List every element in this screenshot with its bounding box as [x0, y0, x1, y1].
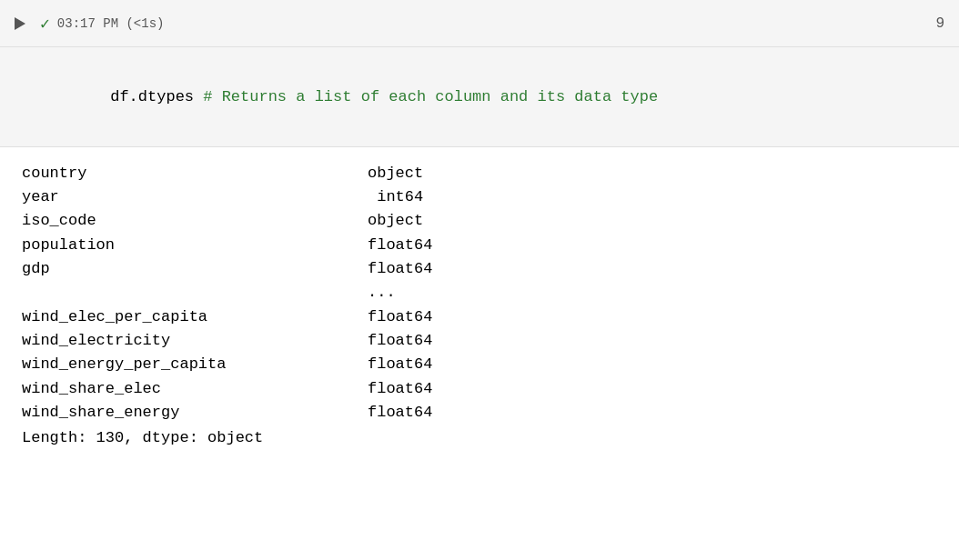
output-value-wind-share-energy: float64	[368, 401, 432, 425]
output-row: wind_energy_per_capita float64	[22, 353, 937, 376]
code-comment	[194, 88, 203, 105]
output-value-wind-elec-per-capita: float64	[368, 305, 432, 329]
output-value-gdp: float64	[368, 257, 432, 281]
cell-number: 9	[935, 15, 944, 32]
output-key-wind-electricity: wind_electricity	[22, 329, 368, 353]
output-footer: Length: 130, dtype: object	[22, 426, 937, 450]
code-text: df.dtypes	[110, 88, 194, 105]
output-key-iso-code: iso_code	[22, 209, 368, 233]
cell-toolbar: ✓ 03:17 PM (<1s) 9	[0, 0, 959, 47]
output-value-country: object	[368, 162, 423, 185]
output-value-iso-code: object	[368, 209, 423, 233]
output-row: country object	[22, 162, 937, 185]
run-button[interactable]	[11, 15, 29, 33]
cell-output: country object year int64 iso_code objec…	[0, 147, 959, 561]
output-key-wind-share-elec: wind_share_elec	[22, 377, 368, 401]
output-value-year: int64	[368, 185, 423, 209]
output-row: wind_elec_per_capita float64	[22, 305, 937, 329]
play-icon	[15, 17, 25, 30]
output-row: wind_share_energy float64	[22, 401, 937, 425]
output-row: year int64	[22, 185, 937, 209]
code-comment-text: # Returns a list of each column and its …	[203, 88, 658, 105]
output-key-wind-energy-per-capita: wind_energy_per_capita	[22, 353, 368, 376]
code-line: df.dtypes # Returns a list of each colum…	[55, 62, 937, 132]
output-value-population: float64	[368, 234, 432, 257]
cell-code: df.dtypes # Returns a list of each colum…	[0, 47, 959, 147]
output-row: wind_share_elec float64	[22, 377, 937, 401]
output-value-wind-energy-per-capita: float64	[368, 353, 432, 376]
output-key-wind-elec-per-capita: wind_elec_per_capita	[22, 305, 368, 329]
output-row: iso_code object	[22, 209, 937, 233]
output-key-gdp: gdp	[22, 257, 368, 281]
output-value-wind-electricity: float64	[368, 329, 432, 353]
output-key-population: population	[22, 234, 368, 257]
cell-timestamp: 03:17 PM (<1s)	[57, 16, 165, 31]
output-key-country: country	[22, 162, 368, 185]
output-ellipsis: ...	[22, 281, 937, 305]
output-row: gdp float64	[22, 257, 937, 281]
output-value-wind-share-elec: float64	[368, 377, 432, 401]
output-row: population float64	[22, 234, 937, 257]
notebook-cell: ✓ 03:17 PM (<1s) 9 df.dtypes # Returns a…	[0, 0, 959, 560]
output-key-year: year	[22, 185, 368, 209]
output-key-wind-share-energy: wind_share_energy	[22, 401, 368, 425]
output-row: wind_electricity float64	[22, 329, 937, 353]
check-icon: ✓	[40, 14, 50, 34]
